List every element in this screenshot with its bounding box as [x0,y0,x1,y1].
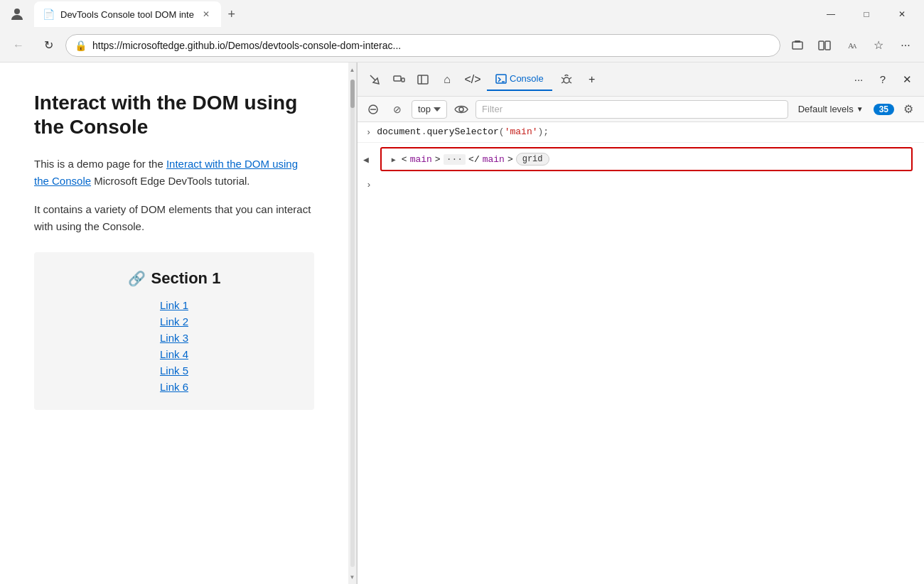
home-button[interactable]: ⌂ [436,68,458,91]
close-devtools-button[interactable]: ✕ [896,68,918,91]
bug-icon[interactable] [555,68,578,91]
ban-icon[interactable]: ⊘ [387,99,407,119]
console-toolbar: ⊘ top Default levels ▼ 35 [358,97,924,122]
tab-close-button[interactable]: ✕ [200,8,213,21]
address-text: https://microsoftedge.github.io/Demos/de… [92,40,771,51]
refresh-button[interactable]: ↻ [36,33,61,58]
console-input-text: document.querySelector('main'); [377,126,915,137]
context-label: top [418,104,431,114]
tab-favicon: 📄 [43,9,55,20]
minimize-button[interactable]: — [815,3,847,26]
eye-button[interactable] [451,99,471,119]
console-output: › document.querySelector('main'); ◀ ▶ <m… [358,122,924,584]
svg-rect-4 [825,41,830,50]
svg-rect-2 [795,40,800,43]
clear-console-button[interactable] [363,99,383,119]
close-tag-bracket: > [507,154,513,165]
back-button[interactable]: ← [6,33,31,58]
input-arrow-icon: › [366,128,371,138]
help-button[interactable]: ? [871,68,894,91]
profile-icon[interactable] [6,3,28,26]
more-tools-button[interactable]: ··· [847,68,870,91]
tag-name-main-open: main [410,154,432,165]
scroll-up-arrow[interactable]: ▲ [348,63,357,77]
expand-button[interactable]: ▶ [389,154,399,164]
section-link-4[interactable]: Link 4 [51,348,297,360]
svg-line-17 [569,82,571,83]
paragraph-2: It contains a variety of DOM elements th… [34,201,314,235]
inspect-element-button[interactable] [363,68,386,91]
tag-name-main-close: main [483,154,505,165]
svg-point-13 [564,77,569,83]
split-view-button[interactable] [812,33,837,58]
sidebar-button[interactable] [412,68,434,91]
devtools-toolbar: ⌂ </> Console [358,63,924,97]
favorites-button[interactable]: ☆ [866,33,891,58]
section-box: 🔗 Section 1 Link 1 Link 2 Link 3 Link 4 … [34,252,314,410]
lock-icon: 🔒 [75,40,87,51]
svg-rect-1 [793,42,802,49]
levels-arrow-icon: ▼ [856,105,864,113]
tab-title: DevTools Console tool DOM inte [60,9,194,20]
scroll-down-arrow[interactable]: ▼ [348,570,357,584]
svg-line-14 [562,77,564,79]
scroll-thumb[interactable] [350,80,355,108]
device-emulation-button[interactable] [387,68,410,91]
webpage-content: Interact with the DOM using the Console … [0,63,348,584]
result-container: ◀ ▶ <main> ··· </main> grid [358,143,924,175]
open-bracket: < [402,154,407,165]
web-capture-button[interactable] [785,33,810,58]
count-badge: 35 [874,104,894,115]
nav-right-buttons: A A ☆ ··· [785,33,918,58]
context-selector[interactable]: top [412,100,447,119]
section-link-5[interactable]: Link 5 [51,364,297,377]
add-tool-button[interactable]: + [581,68,603,91]
close-tag-open-bracket: </ [468,154,480,165]
devtools-right-buttons: ··· ? ✕ [847,68,918,91]
console-input-line: › document.querySelector('main'); [358,122,924,143]
section-title: 🔗 Section 1 [51,269,297,288]
svg-text:A: A [852,43,857,50]
address-bar[interactable]: 🔒 https://microsoftedge.github.io/Demos/… [65,34,780,57]
title-bar: 📄 DevTools Console tool DOM inte ✕ + — □… [0,0,924,28]
dom-result: ▶ <main> ··· </main> grid [380,147,913,171]
new-tab-button[interactable]: + [221,4,242,25]
prompt-arrow-icon: › [366,180,372,190]
svg-rect-3 [819,41,824,50]
devtools-tab-bar: ⌂ </> Console [436,68,846,91]
back-arrow-icon[interactable]: ◀ [363,154,369,165]
ellipsis-badge[interactable]: ··· [444,154,466,165]
message-count: 35 [874,104,894,115]
close-button[interactable]: ✕ [886,3,918,26]
more-button[interactable]: ··· [893,33,918,58]
paragraph-1: This is a demo page for the Interact wit… [34,156,314,190]
section-link-6[interactable]: Link 6 [51,381,297,393]
scroll-divider: ▲ ▼ [348,63,357,584]
page-heading: Interact with the DOM using the Console [34,91,314,139]
main-content: Interact with the DOM using the Console … [0,63,924,584]
grid-badge: grid [516,153,549,166]
svg-point-0 [14,9,20,14]
levels-dropdown[interactable]: Default levels ▼ [793,100,869,119]
close-bracket: > [435,154,441,165]
filter-input[interactable] [476,100,788,119]
section-links: Link 1 Link 2 Link 3 Link 4 Link 5 Link … [51,299,297,393]
maximize-button[interactable]: □ [850,3,883,26]
console-settings-button[interactable]: ⚙ [898,99,918,119]
anchor-icon: 🔗 [128,270,146,287]
svg-rect-9 [418,75,428,84]
read-aloud-button[interactable]: A A [839,33,864,58]
active-tab[interactable]: 📄 DevTools Console tool DOM inte ✕ [34,1,221,27]
svg-rect-7 [394,76,401,81]
svg-rect-8 [402,78,404,82]
code-button[interactable]: </> [461,68,484,91]
tab-console[interactable]: Console [487,68,552,91]
svg-line-16 [562,82,564,83]
section-link-3[interactable]: Link 3 [51,332,297,344]
scroll-track [350,80,355,567]
window-controls: — □ ✕ [815,3,918,26]
section-link-1[interactable]: Link 1 [51,299,297,311]
svg-line-15 [569,77,571,79]
devtools-panel: ⌂ </> Console [357,63,924,584]
section-link-2[interactable]: Link 2 [51,315,297,328]
